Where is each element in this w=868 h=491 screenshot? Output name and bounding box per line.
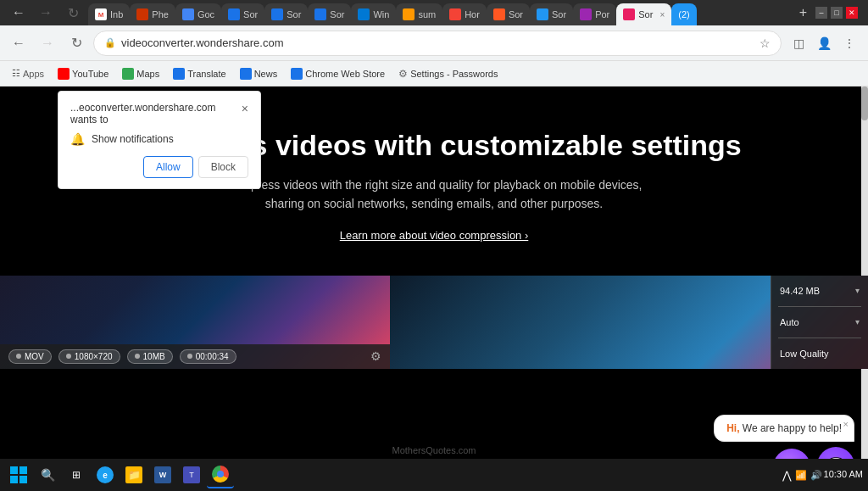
maps-favicon [122,68,134,80]
video-controls-overlay: MOV 1080×720 10MB 00:00:34 ⚙ [0,344,390,369]
back-button[interactable]: ← [7,1,31,25]
system-clock[interactable]: 10:30 AM [824,468,863,481]
taskview-button[interactable]: ⊞ [63,461,90,488]
extensions-button[interactable]: ◫ [787,31,810,55]
bookmark-news[interactable]: News [235,66,283,81]
tray-volume-icon[interactable]: 🔊 [810,470,822,481]
tab-favicon [358,8,370,20]
bookmark-label: Maps [136,69,159,79]
bookmark-chrome-store[interactable]: Chrome Web Store [286,66,390,81]
tab-hor[interactable]: Hor [442,3,487,25]
tab-favicon [228,8,240,20]
bookmark-settings[interactable]: ⚙ Settings - Passwords [393,66,503,81]
panel-quality-value: Auto [780,317,799,327]
block-button[interactable]: Block [198,156,248,178]
tab-favicon [271,8,283,20]
panel-quality-dropdown-icon[interactable]: ▾ [855,317,860,326]
close-button[interactable]: ✕ [846,7,858,19]
hero-link[interactable]: Learn more about video compression › [340,229,529,242]
apps-button[interactable]: ☷ Apps [7,66,49,81]
panel-size-row: 94.42 MB ▾ [778,282,861,299]
bookmark-label: Settings - Passwords [410,69,498,79]
video-thumbnail-right: 94.42 MB ▾ Auto ▾ Low Quality [390,276,868,369]
tab-sor4[interactable]: Sor [487,3,530,25]
back-nav-btn[interactable]: ← [7,31,31,55]
title-bar: ← → ↻ M Inb Phe Goc Sor Sor [0,0,868,25]
bookmark-translate[interactable]: Translate [168,66,231,81]
bookmark-star-icon[interactable]: ☆ [760,36,771,50]
taskbar-chrome-button[interactable] [207,461,234,488]
tab-wondershare[interactable]: Sor × [616,3,671,25]
dot-icon [16,354,21,359]
duration-tag: 00:00:34 [180,349,236,364]
panel-dropdown-icon[interactable]: ▾ [855,286,860,295]
tab-label: Sor [287,9,301,20]
notification-header: ...eoconverter.wondershare.com wants to … [70,102,248,126]
tab-favicon [182,8,194,20]
bell-icon: 🔔 [70,132,85,146]
size-tag: 10MB [127,349,173,364]
taskbar-word-button[interactable]: W [149,461,176,488]
tab-label: (2) [678,9,689,20]
tab-label: sum [418,9,436,20]
minimize-button[interactable]: – [815,7,827,19]
reload-nav-btn[interactable]: ↻ [64,31,88,55]
forward-button[interactable]: → [34,1,58,25]
chat-bubble-text: We are happy to help! [743,422,842,434]
scrollbar-thumb[interactable] [861,86,868,120]
settings-gear-button[interactable]: ⚙ [370,349,381,363]
taskbar-teams-button[interactable]: T [178,461,205,488]
tab-close-btn[interactable]: × [659,10,665,20]
profile-button[interactable]: 👤 [812,31,836,55]
tab-inb[interactable]: M Inb [88,3,130,25]
tab-label: Phe [152,9,169,20]
taskbar: 🔍 ⊞ e 📁 W T ⋀ 📶 🔊 [0,459,868,491]
video-thumbnail-left: MOV 1080×720 10MB 00:00:34 ⚙ [0,276,390,369]
chat-bubble-close-button[interactable]: × [843,419,849,429]
panel-quality-row: Auto ▾ [778,314,861,331]
url-bar[interactable]: 🔒 videoconverter.wondershare.com ☆ [93,31,782,56]
translate-favicon [173,68,185,80]
tab-sum[interactable]: sum [396,3,442,25]
toolbar: ← → ↻ 🔒 videoconverter.wondershare.com ☆… [0,25,868,61]
notification-popup: ...eoconverter.wondershare.com wants to … [58,91,261,189]
chat-bubble: × Hi, We are happy to help! [714,415,854,442]
bookmark-label: Translate [187,69,225,79]
maximize-button[interactable]: □ [831,7,843,19]
tab-bar: M Inb Phe Goc Sor Sor Sor [88,0,787,25]
tab-sor5[interactable]: Sor [530,3,573,25]
tab-label: Sor [509,9,523,20]
start-button[interactable] [5,461,32,488]
notification-close-button[interactable]: × [242,102,248,115]
watermark: MothersQuotes.com [392,445,476,455]
notification-row: 🔔 Show notifications [70,132,248,146]
tab-por[interactable]: Por [573,3,616,25]
tab-win[interactable]: Win [351,3,396,25]
bookmark-maps[interactable]: Maps [117,66,164,81]
tab-phe[interactable]: Phe [130,3,175,25]
tab-sor2[interactable]: Sor [264,3,308,25]
tab-goc[interactable]: Goc [175,3,221,25]
tab-sor1[interactable]: Sor [221,3,264,25]
tab-sor3[interactable]: Sor [308,3,351,25]
forward-nav-btn[interactable]: → [36,31,59,55]
tray-network-icon[interactable]: 📶 [795,470,807,481]
menu-button[interactable]: ⋮ [837,31,861,55]
search-taskbar-button[interactable]: 🔍 [34,461,61,488]
settings-icon: ⚙ [398,68,408,80]
taskbar-ie-button[interactable]: e [92,461,119,488]
new-tab-button[interactable]: + [794,5,812,20]
taskbar-explorer-button[interactable]: 📁 [120,461,147,488]
tray-up-icon[interactable]: ⋀ [782,469,792,482]
tab-label: Hor [465,9,480,20]
bookmark-youtube[interactable]: YouTube [53,66,114,81]
system-tray: ⋀ 📶 🔊 [782,469,822,482]
format-value: MOV [25,352,44,361]
tab-favicon [403,8,415,20]
teams-icon: T [183,466,200,483]
taskview-icon: ⊞ [72,469,81,481]
youtube-favicon [58,68,70,80]
tab-2[interactable]: (2) [671,3,696,25]
allow-button[interactable]: Allow [143,156,193,178]
reload-button[interactable]: ↻ [61,1,85,25]
